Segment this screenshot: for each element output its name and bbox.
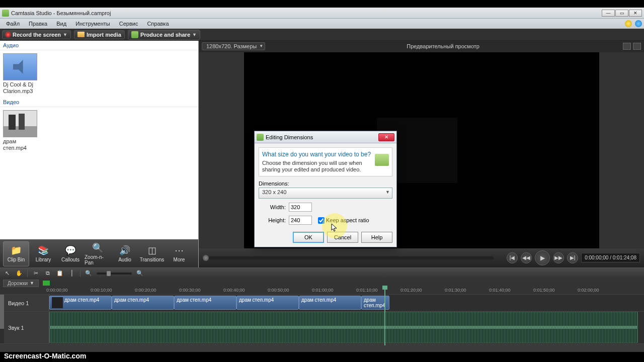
dialog-logo-icon [375, 154, 389, 166]
playhead[interactable] [384, 288, 385, 345]
editing-dimensions-dialog: Editing Dimensions ✕ What size do you wa… [254, 131, 397, 247]
timeline-ruler[interactable]: 0:00:00;000:00:10;000:00:20;000:00:30;00… [0, 288, 644, 295]
tool-tabs: 📁Clip Bin 📚Library 💬Callouts 🔍Zoom-n-Pan… [0, 239, 198, 267]
tab-more[interactable]: ⋯More [166, 241, 192, 266]
keep-aspect-label: Keep aspect ratio [326, 217, 369, 223]
play-button[interactable]: ▶ [535, 250, 550, 265]
tab-library[interactable]: 📚Library [30, 241, 56, 266]
window-titlebar: Camtasia Studio - Безымянный.camproj — ▭… [0, 8, 644, 19]
tab-callouts[interactable]: 💬Callouts [57, 241, 84, 266]
dimensions-label: Dimensions: [259, 180, 392, 187]
height-label: Height: [266, 217, 286, 223]
tracks-button[interactable]: Дорожки ▼ [3, 280, 39, 287]
scrub-bar[interactable] [203, 256, 494, 259]
help-button[interactable]: Help [361, 232, 392, 243]
video-track-1[interactable]: Видео 1 драм степ.mp4 драм степ.mp4 драм… [0, 295, 644, 312]
menu-edit[interactable]: Правка [25, 20, 51, 28]
hand-tool-icon[interactable]: ✋ [15, 269, 23, 278]
menu-service[interactable]: Сервис [115, 20, 142, 28]
prev-clip-button[interactable]: |◀ [507, 252, 518, 263]
width-label: Width: [266, 204, 286, 210]
menu-bar: Файл Правка Вид Инструменты Сервис Справ… [0, 19, 644, 29]
menu-help[interactable]: Справка [143, 20, 173, 28]
app-icon [2, 10, 9, 17]
help-icon[interactable] [635, 20, 642, 27]
record-icon [6, 32, 11, 37]
preview-title: Предварительный просмотр [265, 43, 621, 49]
dialog-titlebar[interactable]: Editing Dimensions ✕ [255, 131, 396, 143]
maximize-button[interactable]: ▭ [615, 10, 628, 17]
height-input[interactable] [289, 216, 312, 225]
zoom-slider[interactable] [97, 273, 132, 275]
produce-icon [131, 31, 138, 38]
width-input[interactable] [289, 203, 312, 212]
dialog-app-icon [257, 134, 264, 141]
close-button[interactable]: ✕ [629, 10, 642, 17]
cancel-button[interactable]: Cancel [327, 232, 358, 243]
ok-button[interactable]: OK [293, 232, 324, 243]
import-media-button[interactable]: Import media [74, 30, 125, 39]
preview-fullscreen-icon[interactable] [633, 43, 641, 50]
dialog-close-button[interactable]: ✕ [378, 133, 394, 141]
menu-tools[interactable]: Инструменты [71, 20, 114, 28]
minimize-button[interactable]: — [602, 10, 615, 17]
window-title: Camtasia Studio - Безымянный.camproj [11, 10, 111, 16]
cursor-tool-icon[interactable]: ↖ [3, 269, 11, 278]
dialog-title: Editing Dimensions [266, 134, 313, 140]
marker-indicator [43, 281, 50, 286]
cut-tool-icon[interactable]: ✂ [32, 269, 40, 278]
keep-aspect-checkbox[interactable] [318, 217, 325, 224]
tab-audio[interactable]: 🔊Audio [112, 241, 138, 266]
tab-zoom[interactable]: 🔍Zoom-n-Pan [85, 241, 111, 266]
dialog-question: What size do you want your video to be? [262, 151, 389, 158]
produce-share-button[interactable]: Produce and share▼ [128, 30, 200, 40]
video-section-header: Видео [0, 98, 198, 107]
copy-tool-icon[interactable]: ⧉ [44, 269, 52, 278]
watermark: Screencast-O-Matic.com [4, 352, 86, 360]
tab-transitions[interactable]: ◫Transitions [139, 241, 165, 266]
clip-bin-panel: Аудио Dj Cool & Dj Clarion.mp3 Видео дра… [0, 41, 199, 267]
main-toolbar: Record the screen▼ Import media Produce … [0, 29, 644, 41]
paste-tool-icon[interactable]: 📋 [56, 269, 64, 278]
dimensions-dropdown[interactable]: 320 x 240 [259, 188, 392, 199]
folder-icon [77, 32, 85, 37]
audio-track-1[interactable]: Звук 1 [0, 312, 644, 344]
zoom-out-icon[interactable]: 🔍 [85, 269, 93, 278]
time-display: 0:00:00;00 / 0:01:24;08 [581, 253, 640, 262]
timeline-toolbar: ↖ ✋ ✂ ⧉ 📋 ⎮ 🔍 🔍 [0, 267, 644, 279]
clip-item-video[interactable]: драм степ.mp4 [3, 110, 39, 151]
clip-item-audio[interactable]: Dj Cool & Dj Clarion.mp3 [3, 53, 39, 95]
playback-controls: |◀ ◀◀ ▶ ▶▶ ▶| 0:00:00;00 / 0:01:24;08 [199, 248, 644, 267]
step-forward-button[interactable]: ▶▶ [553, 252, 564, 263]
zoom-in-icon[interactable]: 🔍 [136, 269, 144, 278]
record-screen-button[interactable]: Record the screen▼ [2, 30, 71, 39]
menu-view[interactable]: Вид [52, 20, 70, 28]
audio-section-header: Аудио [0, 41, 198, 50]
step-back-button[interactable]: ◀◀ [521, 252, 532, 263]
preview-snapshot-icon[interactable] [623, 43, 631, 50]
tips-icon[interactable] [625, 20, 632, 27]
next-clip-button[interactable]: ▶| [567, 252, 578, 263]
menu-file[interactable]: Файл [2, 20, 24, 28]
dialog-description: Choose the dimension you will use when s… [262, 160, 363, 173]
split-tool-icon[interactable]: ⎮ [68, 269, 76, 278]
speaker-icon [13, 60, 27, 74]
tab-clip-bin[interactable]: 📁Clip Bin [3, 241, 29, 266]
preview-dimensions-dropdown[interactable]: 644x362. Размеры [202, 42, 265, 50]
